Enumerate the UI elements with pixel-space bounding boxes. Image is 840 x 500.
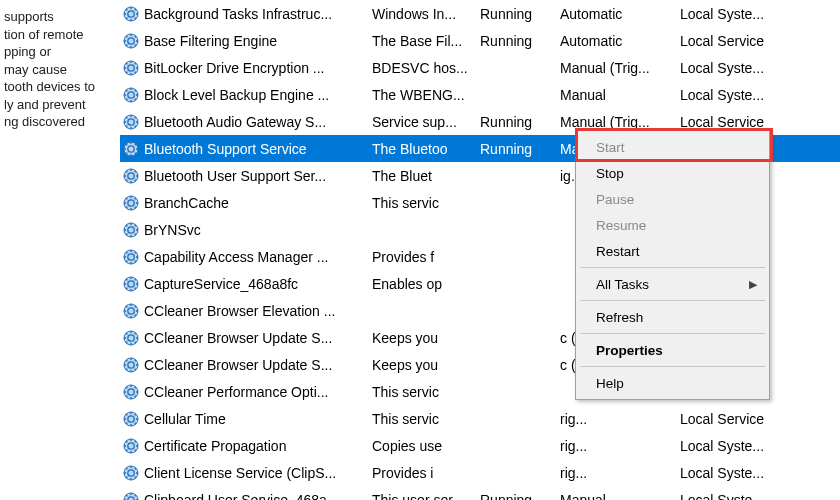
service-name: Bluetooth Support Service	[144, 141, 307, 157]
context-menu-separator	[580, 333, 765, 334]
service-name: BitLocker Drive Encryption ...	[144, 60, 325, 76]
service-name: Background Tasks Infrastruc...	[144, 6, 332, 22]
service-description: Windows In...	[372, 6, 480, 22]
service-startup-type: Automatic	[560, 6, 680, 22]
service-logon-as: Local Syste...	[680, 492, 840, 501]
service-description: The Bluetoo	[372, 141, 480, 157]
service-description: BDESVC hos...	[372, 60, 480, 76]
chevron-right-icon: ▶	[749, 278, 757, 291]
service-description: This servic	[372, 411, 480, 427]
service-description: This servic	[372, 384, 480, 400]
context-menu-label: Pause	[596, 192, 634, 207]
service-description: The Bluet	[372, 168, 480, 184]
service-gear-icon	[122, 302, 140, 320]
context-menu-separator	[580, 300, 765, 301]
service-gear-icon	[122, 167, 140, 185]
service-gear-icon	[122, 86, 140, 104]
service-gear-icon	[122, 140, 140, 158]
description-panel: supports tion of remote pping or may cau…	[0, 0, 120, 500]
service-name: Clipboard User Service_468a...	[144, 492, 339, 501]
service-description: This user ser...	[372, 492, 480, 501]
service-status: Running	[480, 114, 560, 130]
context-menu[interactable]: StartStopPauseResumeRestartAll Tasks▶Ref…	[575, 130, 770, 400]
service-logon-as: Local Syste...	[680, 60, 840, 76]
service-logon-as: Local Syste...	[680, 438, 840, 454]
context-menu-item-help[interactable]: Help	[578, 370, 767, 396]
service-name: Base Filtering Engine	[144, 33, 277, 49]
context-menu-label: Start	[596, 140, 625, 155]
service-name: CCleaner Browser Elevation ...	[144, 303, 335, 319]
service-row[interactable]: Base Filtering EngineThe Base Fil...Runn…	[120, 27, 840, 54]
service-startup-type: rig...	[560, 438, 680, 454]
service-name: BranchCache	[144, 195, 229, 211]
description-text: supports tion of remote pping or may cau…	[4, 8, 116, 131]
service-description: Enables op	[372, 276, 480, 292]
service-row[interactable]: Cellular TimeThis servicrig...Local Serv…	[120, 405, 840, 432]
service-name: CaptureService_468a8fc	[144, 276, 298, 292]
service-status: Running	[480, 33, 560, 49]
service-description: Copies use	[372, 438, 480, 454]
service-gear-icon	[122, 329, 140, 347]
service-name: CCleaner Browser Update S...	[144, 330, 332, 346]
context-menu-label: Resume	[596, 218, 646, 233]
service-description: Service sup...	[372, 114, 480, 130]
service-row[interactable]: Clipboard User Service_468a...This user …	[120, 486, 840, 500]
service-gear-icon	[122, 194, 140, 212]
service-description: Keeps you	[372, 357, 480, 373]
service-name: Client License Service (ClipS...	[144, 465, 336, 481]
service-row[interactable]: Certificate PropagationCopies userig...L…	[120, 432, 840, 459]
service-name: Capability Access Manager ...	[144, 249, 328, 265]
service-row[interactable]: Client License Service (ClipS...Provides…	[120, 459, 840, 486]
service-gear-icon	[122, 221, 140, 239]
service-description: Provides f	[372, 249, 480, 265]
context-menu-separator	[580, 267, 765, 268]
context-menu-label: Properties	[596, 343, 663, 358]
context-menu-item-pause: Pause	[578, 186, 767, 212]
service-name: Bluetooth User Support Ser...	[144, 168, 326, 184]
service-status: Running	[480, 6, 560, 22]
context-menu-item-restart[interactable]: Restart	[578, 238, 767, 264]
service-startup-type: Automatic	[560, 33, 680, 49]
context-menu-label: Refresh	[596, 310, 643, 325]
service-logon-as: Local Service	[680, 411, 840, 427]
service-gear-icon	[122, 113, 140, 131]
service-description: Keeps you	[372, 330, 480, 346]
service-gear-icon	[122, 410, 140, 428]
context-menu-item-start: Start	[578, 134, 767, 160]
service-status: Running	[480, 141, 560, 157]
service-name: Bluetooth Audio Gateway S...	[144, 114, 326, 130]
context-menu-label: All Tasks	[596, 277, 649, 292]
service-gear-icon	[122, 491, 140, 501]
service-gear-icon	[122, 32, 140, 50]
context-menu-label: Stop	[596, 166, 624, 181]
service-name: BrYNSvc	[144, 222, 201, 238]
service-startup-type: Manual	[560, 87, 680, 103]
service-logon-as: Local Service	[680, 114, 840, 130]
service-status: Running	[480, 492, 560, 501]
service-gear-icon	[122, 356, 140, 374]
context-menu-item-refresh[interactable]: Refresh	[578, 304, 767, 330]
context-menu-label: Restart	[596, 244, 640, 259]
service-name: CCleaner Browser Update S...	[144, 357, 332, 373]
service-name: Certificate Propagation	[144, 438, 286, 454]
service-logon-as: Local Syste...	[680, 465, 840, 481]
context-menu-item-properties[interactable]: Properties	[578, 337, 767, 363]
context-menu-item-alltasks[interactable]: All Tasks▶	[578, 271, 767, 297]
service-gear-icon	[122, 275, 140, 293]
context-menu-separator	[580, 366, 765, 367]
service-description: This servic	[372, 195, 480, 211]
service-gear-icon	[122, 59, 140, 77]
service-logon-as: Local Syste...	[680, 87, 840, 103]
service-gear-icon	[122, 437, 140, 455]
service-description: Provides i	[372, 465, 480, 481]
service-row[interactable]: Block Level Backup Engine ...The WBENG..…	[120, 81, 840, 108]
service-logon-as: Local Service	[680, 33, 840, 49]
service-row[interactable]: BitLocker Drive Encryption ...BDESVC hos…	[120, 54, 840, 81]
service-name: CCleaner Performance Opti...	[144, 384, 328, 400]
service-description: The WBENG...	[372, 87, 480, 103]
context-menu-item-stop[interactable]: Stop	[578, 160, 767, 186]
service-gear-icon	[122, 5, 140, 23]
context-menu-label: Help	[596, 376, 624, 391]
service-gear-icon	[122, 248, 140, 266]
service-row[interactable]: Background Tasks Infrastruc...Windows In…	[120, 0, 840, 27]
